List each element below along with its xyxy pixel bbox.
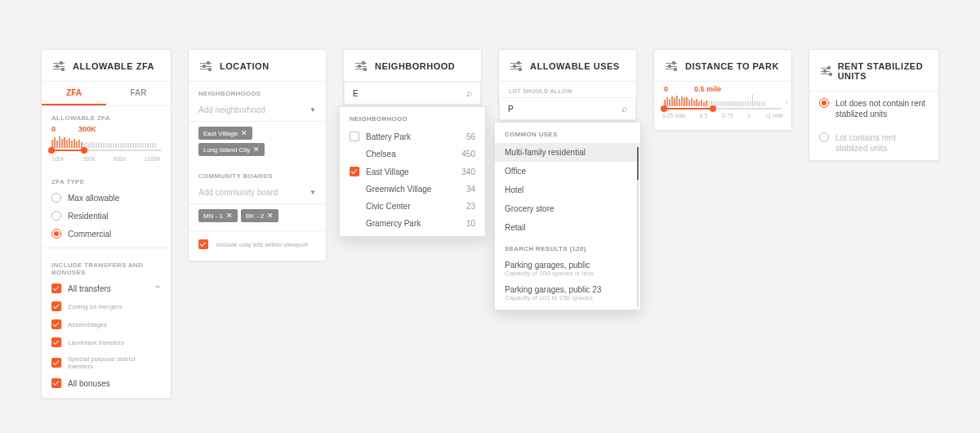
panel-header: ALLOWABLE USES bbox=[499, 50, 636, 82]
check-all-transfers[interactable]: All transfers⌃ bbox=[42, 279, 171, 297]
allowable-uses-panel: ALLOWABLE USES LOT SHOULD ALLOW ⌕ COMMON… bbox=[498, 49, 637, 121]
transfers-label: INCLUDE TRANSFERS AND BONUSES bbox=[42, 253, 171, 279]
chip-remove-icon[interactable]: ✕ bbox=[241, 129, 247, 137]
panel-title: ALLOWABLE ZFA bbox=[73, 61, 154, 71]
radio-residential[interactable]: Residential bbox=[42, 207, 171, 225]
panel-header: DISTANCE TO PARK bbox=[654, 50, 791, 82]
dropdown-section-label: NEIGHBORHOOD bbox=[340, 107, 485, 127]
radio-not-stabilized[interactable]: Lot does not contain rent stablized unit… bbox=[809, 92, 938, 126]
result-parking-1[interactable]: Parking garages, public bbox=[495, 257, 640, 270]
chip-label: MN - 1 bbox=[203, 212, 223, 220]
panel-header: ALLOWABLE ZFA bbox=[42, 50, 171, 82]
use-grocery[interactable]: Grocery store bbox=[495, 199, 640, 218]
search-results-label: SEARCH RESULTS (120) bbox=[495, 237, 640, 257]
community-boards-label: COMMUNITY BOARDS bbox=[189, 164, 326, 183]
radio-contains-stabilized[interactable]: Lot contains rent stablized units bbox=[809, 126, 938, 160]
filter-sliders-icon bbox=[53, 61, 65, 71]
result-parking-2[interactable]: Parking garages, public 23 bbox=[495, 282, 640, 294]
neighborhood-chips: East Village✕ Long Island City✕ bbox=[189, 122, 326, 164]
chip-east-village: East Village✕ bbox=[198, 127, 252, 140]
check-landmark-transfers[interactable]: Landmark transfers bbox=[42, 333, 171, 351]
check-label: Zoning lot mergers bbox=[68, 303, 122, 310]
panel-header: LOCATION bbox=[189, 50, 326, 82]
radio-commercial[interactable]: Commercial bbox=[42, 225, 171, 243]
distance-range-slider[interactable]: › bbox=[654, 95, 791, 109]
result-sub: Capacity of 101 to 150 spaces bbox=[495, 294, 640, 310]
check-assemblages[interactable]: Assemblages bbox=[42, 315, 171, 333]
community-board-chips: MN - 1✕ BK - 2✕ bbox=[189, 204, 326, 230]
checkbox-icon bbox=[51, 319, 61, 329]
use-multi-family[interactable]: Multi-family residential bbox=[495, 143, 640, 162]
check-zoning-lot-mergers[interactable]: Zoning lot mergers bbox=[42, 297, 171, 315]
radio-label: Residential bbox=[68, 212, 108, 221]
viewport-checkbox-row[interactable]: Include only lots within viewport bbox=[189, 230, 326, 261]
zfa-type-label: ZFA TYPE bbox=[42, 170, 171, 189]
dropdown-placeholder: Add neighborhood bbox=[198, 105, 265, 114]
filter-sliders-icon bbox=[510, 61, 522, 71]
option-count: 56 bbox=[466, 132, 475, 141]
tick: >1 mile bbox=[764, 113, 783, 118]
use-hotel[interactable]: Hotel bbox=[495, 181, 640, 199]
option-label: Greenwich Village bbox=[366, 185, 431, 194]
scrollbar[interactable] bbox=[637, 147, 639, 306]
tab-zfa[interactable]: ZFA bbox=[42, 82, 106, 105]
check-label: Assemblages bbox=[68, 321, 107, 328]
use-retail[interactable]: Retail bbox=[495, 218, 640, 237]
allowable-zfa-panel: ALLOWABLE ZFA ZFA FAR ALLOWABLE ZFA 0 30… bbox=[41, 49, 172, 399]
check-all-bonuses[interactable]: All bonuses bbox=[42, 374, 171, 398]
filter-sliders-icon bbox=[355, 61, 367, 71]
option-civic-center[interactable]: Civic Center23 bbox=[340, 198, 485, 215]
check-label: All bonuses bbox=[68, 379, 110, 388]
neighborhood-dropdown: NEIGHBORHOOD Battery Park56 Chelsea450 E… bbox=[339, 106, 486, 237]
radio-label: Lot does not contain rent stablized unit… bbox=[835, 98, 929, 119]
chip-remove-icon[interactable]: ✕ bbox=[253, 145, 260, 154]
distance-min: 0 bbox=[664, 85, 668, 93]
option-chelsea[interactable]: Chelsea450 bbox=[340, 145, 485, 163]
checkbox-icon bbox=[51, 378, 61, 388]
option-count: 340 bbox=[461, 167, 475, 176]
check-label: Landmark transfers bbox=[68, 339, 124, 346]
search-icon[interactable]: ⌕ bbox=[621, 103, 627, 114]
chip-remove-icon[interactable]: ✕ bbox=[226, 212, 233, 220]
chip-label: BK - 2 bbox=[246, 212, 264, 220]
radio-max-allowable[interactable]: Max allowable bbox=[42, 189, 171, 207]
checkbox-icon bbox=[350, 167, 359, 176]
add-community-board-dropdown[interactable]: Add community board ▼ bbox=[189, 183, 326, 204]
option-east-village[interactable]: East Village340 bbox=[340, 163, 485, 181]
tick: 600K bbox=[114, 156, 127, 162]
chip-remove-icon[interactable]: ✕ bbox=[267, 212, 274, 220]
tab-far[interactable]: FAR bbox=[106, 82, 171, 105]
tick: 1200K bbox=[145, 156, 161, 162]
option-count: 450 bbox=[461, 150, 475, 158]
zfa-range-slider[interactable] bbox=[42, 133, 171, 153]
neighborhood-panel: NEIGHBORHOOD ⌕ NEIGHBORHOOD Battery Park… bbox=[343, 49, 482, 105]
tick: 100K bbox=[51, 156, 65, 162]
result-sub: Capacity of 100 spaces or less bbox=[495, 270, 640, 282]
option-battery-park[interactable]: Battery Park56 bbox=[340, 127, 485, 145]
check-special-purpose[interactable]: Special purpose district transfers bbox=[42, 351, 171, 374]
uses-dropdown: COMMON USES Multi-family residential Off… bbox=[494, 122, 641, 310]
panel-title: ALLOWABLE USES bbox=[530, 61, 620, 71]
panel-title: NEIGHBORHOOD bbox=[375, 61, 455, 71]
tick: 0.25 mile bbox=[662, 113, 685, 118]
zfa-range-max: 300K bbox=[78, 125, 96, 133]
checkbox-icon bbox=[51, 337, 61, 347]
neighborhood-search-input[interactable] bbox=[353, 89, 466, 98]
filter-sliders-icon bbox=[821, 66, 830, 76]
tick: 1 bbox=[747, 113, 751, 118]
search-icon[interactable]: ⌕ bbox=[466, 87, 472, 99]
radio-icon bbox=[51, 193, 61, 203]
add-neighborhood-dropdown[interactable]: Add neighborhood ▼ bbox=[189, 100, 326, 122]
panel-title: DISTANCE TO PARK bbox=[685, 61, 779, 71]
option-label: Civic Center bbox=[366, 202, 410, 211]
option-gramercy-park[interactable]: Gramercy Park10 bbox=[340, 215, 485, 236]
option-label: Battery Park bbox=[366, 132, 411, 141]
chevron-up-icon[interactable]: ⌃ bbox=[154, 284, 161, 293]
chip-label: East Village bbox=[203, 130, 238, 137]
use-office[interactable]: Office bbox=[495, 162, 640, 181]
option-greenwich-village[interactable]: Greenwich Village34 bbox=[340, 181, 485, 198]
option-label: Gramercy Park bbox=[366, 219, 421, 228]
option-label: Chelsea bbox=[366, 150, 396, 158]
uses-search-input[interactable] bbox=[508, 105, 621, 114]
common-uses-label: COMMON USES bbox=[495, 123, 640, 143]
